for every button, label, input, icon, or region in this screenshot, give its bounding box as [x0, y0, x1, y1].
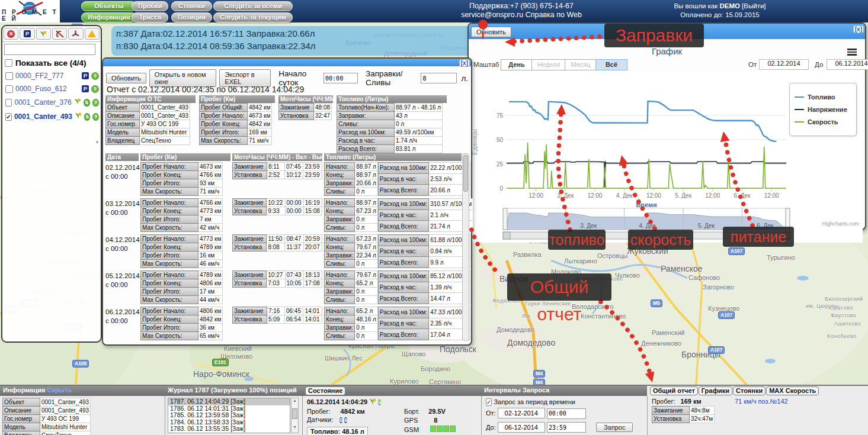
vehicle-row[interactable]: 0000_FF2_777P?	[2, 69, 101, 82]
sensor5-green-icon: 5	[378, 399, 381, 405]
state-sensors-row: Датчики: 5 6	[307, 416, 476, 424]
report-close-button[interactable]: [x]	[459, 59, 470, 67]
chart-legend: ТопливоНапряжениеСкорость	[789, 83, 857, 136]
bottom-tab-4[interactable]: МАХ Скорость	[766, 386, 819, 395]
legend-item-топливо[interactable]: Топливо	[795, 94, 851, 101]
vehicle-search-input[interactable]	[4, 44, 95, 55]
sensor-chip-6[interactable]: 6	[344, 417, 347, 423]
days-header-cell: Дата	[105, 153, 139, 161]
interval-to-time[interactable]	[547, 422, 586, 433]
interval-to-date[interactable]	[498, 422, 545, 433]
vehicle-checkbox[interactable]	[5, 85, 13, 93]
map-place-label: Ашитково	[834, 321, 861, 327]
nav-button-8[interactable]: Следить за текущим	[213, 12, 293, 22]
nav-button-6[interactable]: Позиции	[171, 12, 212, 22]
logout-link[interactable]: [Выйти]	[742, 2, 765, 9]
scale-day-button[interactable]: День	[501, 59, 533, 70]
from-label: От	[748, 61, 757, 68]
parking-filter-icon[interactable]: P	[20, 28, 34, 40]
journal-entry[interactable]: 1783. 06.12 13:55:35 [Заж]	[168, 426, 290, 433]
day-date-cell: 02.12.2014с 00:00	[105, 162, 139, 196]
report-scrollbar[interactable]	[462, 153, 469, 341]
vehicle-checkbox[interactable]	[5, 72, 13, 80]
max-speed-link[interactable]: 71 км/ч поз.№142	[735, 398, 788, 405]
scale-all-button[interactable]: Всё	[595, 59, 627, 70]
scale-month-button[interactable]: Месяц	[565, 59, 597, 70]
journal-entry[interactable]: 1787. 06.12 14:04:29 [Заж]	[168, 398, 290, 405]
query-button[interactable]: Запрос	[596, 423, 633, 432]
nav-button-4[interactable]: Трасса	[132, 12, 168, 22]
day-mileage-table: Пробег Начало:4773 кмПробег Конец:4789 к…	[140, 234, 223, 268]
day-fuel-right-table: Расход на 100км:47.33 л/100кмРасход в ча…	[378, 307, 470, 340]
day-date-cell: 03.12.2014с 00:00	[105, 198, 139, 232]
journal-scrollbar[interactable]: ▲▼	[291, 398, 299, 433]
day-fuel-cell: Начало:67.23 лКонец:79.67 лЗаправки:22.3…	[324, 234, 462, 268]
map-place-label: Щапово	[402, 350, 425, 357]
vehicle-checkbox[interactable]: ✔	[5, 113, 12, 121]
interval-from-time[interactable]	[547, 408, 586, 419]
interval-from-row: От:	[486, 408, 642, 419]
day-fuel-right-table: Расход на 100км:22.22 л/100кмРасход в ча…	[378, 162, 470, 196]
nav-button-2[interactable]: Информация	[81, 12, 136, 22]
journal-list[interactable]: 1787. 06.12 14:04:29 [Заж]1786. 06.12 14…	[168, 398, 290, 433]
scale-week-button[interactable]: Неделя	[531, 59, 566, 70]
report-refresh-button[interactable]: Обновить	[106, 73, 146, 83]
hide-link[interactable]: Скрыть	[47, 386, 72, 394]
paid-until: Оплачено до: 15.09.2015	[631, 11, 809, 20]
nav-button-5[interactable]: Стоянки	[171, 1, 212, 11]
support-email[interactable]: service@onspro.ru Справка по Web	[415, 11, 628, 20]
vehicle-row[interactable]: ✔0001_Canter_4935?	[2, 109, 101, 124]
legend-item-скорость[interactable]: Скорость	[795, 118, 851, 125]
scroll-up-icon[interactable]: ▲	[95, 84, 100, 89]
nav-button-3[interactable]: Пробки	[132, 1, 168, 11]
plant-filter-icon[interactable]	[36, 28, 51, 40]
journal-section: Журнал 1787 (Загружено 100%) позиций 178…	[165, 386, 303, 435]
vehicle-checkbox[interactable]	[5, 99, 12, 107]
show-all-checkbox[interactable]	[5, 59, 12, 67]
nav-button-1[interactable]: Объекты	[81, 1, 136, 11]
vehicle-name-link[interactable]: 0001_Canter_493	[14, 112, 72, 121]
report-days-table: ДатаПробег (Км)МотоЧасы (ЧЧ:ММ) - Вкл - …	[105, 153, 462, 343]
bottom-tab-2[interactable]: Графики	[699, 386, 732, 395]
delete-filter-icon[interactable]: ✕	[4, 28, 18, 40]
vehicle-name-link[interactable]: 0000_Fuso_612	[15, 85, 79, 93]
report-titlebar[interactable]	[103, 59, 471, 66]
vehicle-name-link[interactable]: 0001_Canter_376	[14, 98, 71, 107]
vehicle-row[interactable]: 0000_Fuso_612P?	[2, 82, 101, 95]
day-start-input[interactable]	[324, 73, 358, 83]
days-header-cell: Пробег (Км)	[140, 153, 230, 161]
map-place-label: Курилово	[390, 378, 419, 385]
journal-entry[interactable]: 1785. 06.12 13:59:58 [Заж]	[168, 412, 290, 419]
vehicle-row[interactable]: 0001_Canter_3765?	[2, 95, 101, 109]
day-mileage-cell: Пробег Начало:4806 кмПробег Конец:4842 к…	[140, 307, 230, 340]
map-place-label: Загорново	[703, 283, 734, 291]
chart-menu-icon[interactable]	[847, 47, 857, 57]
top-navigation-bar: П Р О М Е Т Е Й ОбъектыИнформация Пробки…	[0, 0, 868, 22]
chart-close-button[interactable]: [x]	[853, 25, 864, 33]
state-tab[interactable]: Состояние	[305, 386, 345, 395]
period-checkbox[interactable]: ✓	[486, 398, 492, 406]
vehicle-name-link[interactable]: 0000_FF2_777	[15, 72, 79, 80]
journal-header: Журнал 1787 (Загружено 100%) позиций	[165, 386, 302, 396]
legend-item-напряжение[interactable]: Напряжение	[795, 106, 851, 113]
satellite-off-icon[interactable]	[52, 28, 67, 40]
show-all-label: Показать все (4/4)	[15, 59, 87, 67]
bottom-tab-3[interactable]: Стоянки	[733, 386, 765, 395]
from-date-input[interactable]: 02.12.2014	[759, 59, 809, 70]
warning-icon[interactable]	[85, 28, 100, 40]
sensor-chip-5[interactable]: 5	[339, 417, 342, 423]
period-checkbox-row[interactable]: ✓ Запрос за период времени	[486, 398, 642, 405]
map-place-label: Белоозерский	[825, 296, 863, 302]
scroll-down-icon[interactable]: ▼	[95, 140, 100, 145]
show-all-row[interactable]: Показать все (4/4)	[2, 57, 101, 69]
board-voltage: Борт. 29.5V	[404, 408, 446, 415]
nav-button-7[interactable]: Следить за всеми	[213, 1, 293, 11]
bottom-panel: Информация Скрыть Объект0001_Canter_493О…	[0, 385, 868, 435]
to-date-input[interactable]: 06.12.2014	[827, 59, 868, 70]
chart-refresh-button[interactable]: Обновить	[471, 27, 511, 37]
highcharts-credit[interactable]: Highcharts.com	[822, 221, 859, 227]
refuel-threshold-input[interactable]	[421, 73, 457, 83]
interval-from-date[interactable]	[498, 408, 545, 418]
bottom-tab-1[interactable]: Общий отчет	[650, 386, 698, 395]
pinwheel-icon[interactable]	[68, 28, 83, 40]
